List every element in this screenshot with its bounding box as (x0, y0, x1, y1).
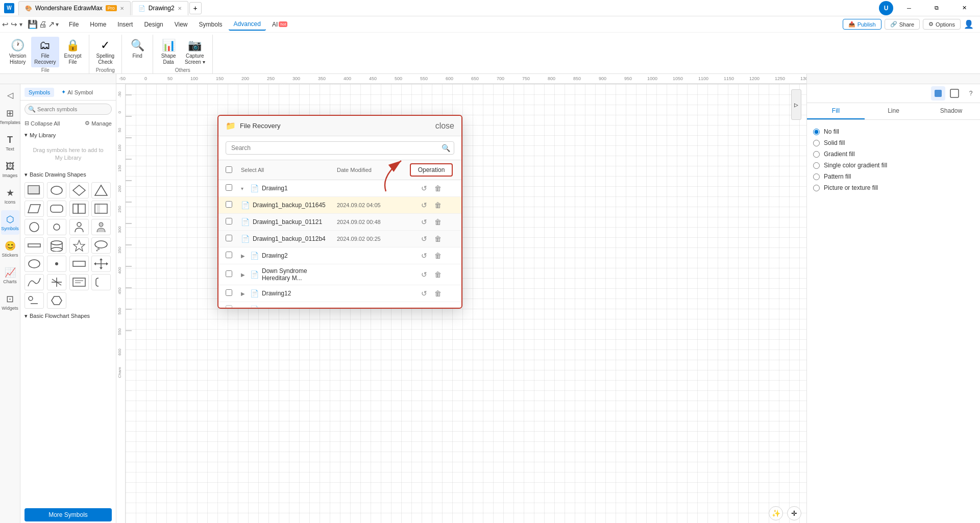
sidebar-item-templates[interactable]: ⊞ Templates (1, 104, 19, 129)
menu-file[interactable]: File (64, 19, 84, 30)
capture-screen-button[interactable]: 📷 CaptureScreen ▾ (182, 37, 208, 67)
file-recovery-button[interactable]: 🗂 FileRecovery (31, 37, 59, 67)
export-button[interactable]: ↗ (48, 19, 55, 29)
collapse-all-button[interactable]: ⊟ Collapse All (24, 120, 60, 127)
dialog-search-input[interactable] (226, 141, 454, 155)
fill-radio-single-gradient[interactable] (813, 162, 820, 169)
tab-drawing2[interactable]: 📄 Drawing2 ✕ (132, 1, 188, 15)
tab-symbols[interactable]: Symbols (24, 88, 54, 97)
sidebar-item-symbols[interactable]: ⬡ Symbols (1, 210, 19, 235)
shape-text-box[interactable] (69, 274, 89, 290)
version-history-button[interactable]: 🕐 VersionHistory (6, 37, 29, 67)
menu-view[interactable]: View (169, 19, 193, 30)
shape-rect-shadow[interactable] (24, 182, 44, 198)
downsyndrome-expand[interactable]: ▶ (241, 272, 247, 278)
file-row-drawing1[interactable]: ▾ 📄 Drawing1 ↺ 🗑 (218, 180, 461, 197)
sidebar-item-stickers[interactable]: 😊 Stickers (1, 237, 19, 261)
downsyndrome-checkbox[interactable] (226, 270, 232, 277)
tab-line[interactable]: Line (865, 103, 922, 119)
backup1-restore-btn[interactable]: ↺ (419, 200, 429, 210)
drawing1-restore-btn[interactable]: ↺ (419, 183, 429, 193)
fill-option-none[interactable]: No fill (813, 126, 974, 137)
tab-close-edrawmax[interactable]: ✕ (120, 6, 124, 11)
shape-wave[interactable] (24, 274, 44, 290)
fill-option-pattern[interactable]: Pattern fill (813, 171, 974, 182)
menu-advanced[interactable]: Advanced (229, 18, 266, 31)
my-library-header[interactable]: ▾ My Library (24, 132, 112, 138)
spelling-check-button[interactable]: ✓ SpellingCheck (93, 37, 118, 67)
downsyndrome-restore-btn[interactable]: ↺ (419, 269, 429, 280)
basic-drawing-header[interactable]: ▾ Basic Drawing Shapes (20, 169, 116, 180)
plus-tool[interactable]: ✛ (787, 506, 801, 520)
shape-diamond[interactable] (69, 182, 89, 198)
question-icon-btn[interactable]: ? (964, 86, 978, 101)
file-row-backup2[interactable]: 📄 Drawing1_backup_01121 2024.09.02 00:48… (218, 214, 461, 231)
print-button[interactable]: 🖨 (39, 20, 47, 29)
fill-option-single-gradient[interactable]: Single color gradient fill (813, 160, 974, 171)
sidebar-item-icons[interactable]: ★ Icons (1, 184, 19, 208)
fill-panel-icon-btn[interactable] (931, 86, 945, 101)
drawing12-checkbox[interactable] (226, 289, 232, 296)
shape-person-shadow[interactable] (91, 219, 111, 235)
restore-button[interactable]: ⧉ (925, 0, 948, 16)
undo-dropdown[interactable]: ▾ (19, 21, 22, 28)
shape-data-button[interactable]: 📊 ShapeData (157, 37, 180, 67)
drawing2-delete-btn[interactable]: 🗑 (432, 251, 444, 261)
menu-insert[interactable]: Insert (112, 19, 138, 30)
drawing2-restore-btn[interactable]: ↺ (419, 251, 429, 261)
operation-header-button[interactable]: Operation (410, 163, 453, 177)
save-dropdown[interactable]: ▾ (56, 21, 59, 28)
tab-ai-symbol[interactable]: ✦ AI Symbol (57, 87, 97, 97)
dialog-close-button[interactable]: close (435, 121, 454, 131)
drawing12-expand[interactable]: ▶ (241, 291, 247, 296)
shape-person[interactable] (69, 219, 89, 235)
share-button[interactable]: 🔗 Share (885, 19, 920, 30)
sidebar-item-text[interactable]: T Text (1, 131, 19, 155)
menu-design[interactable]: Design (139, 19, 168, 30)
menu-home[interactable]: Home (85, 19, 111, 30)
user-avatar[interactable]: U (879, 1, 893, 15)
right-expand-btn[interactable]: ▷ (791, 89, 801, 120)
backup3-checkbox[interactable] (226, 235, 232, 241)
more-symbols-button[interactable]: More Symbols (24, 508, 112, 521)
shape-horizontal-bar[interactable] (24, 237, 44, 254)
drawing1-expand[interactable]: ▾ (241, 186, 247, 191)
backup2-delete-btn[interactable]: 🗑 (432, 217, 444, 227)
shape-parallelogram[interactable] (24, 201, 44, 217)
shape-thought[interactable] (91, 237, 111, 254)
fill-option-gradient[interactable]: Gradient fill (813, 148, 974, 160)
shape-rounded-rect[interactable] (47, 201, 66, 217)
encrypt-file-button[interactable]: 🔒 EncryptFile (61, 37, 85, 67)
backup3-delete-btn[interactable]: 🗑 (432, 234, 444, 244)
file-row-drawing2[interactable]: ▶ 📄 Drawing2 ↺ 🗑 (218, 247, 461, 264)
tab-shadow[interactable]: Shadow (922, 103, 980, 119)
drawing1-delete-btn[interactable]: 🗑 (432, 183, 444, 193)
backup3-restore-btn[interactable]: ↺ (419, 234, 429, 244)
redo-button[interactable]: ↪ (11, 20, 17, 29)
fill-option-picture[interactable]: Picture or texture fill (813, 182, 974, 193)
shape-triangle[interactable] (91, 182, 111, 198)
sidebar-item-charts[interactable]: 📈 Charts (1, 263, 19, 288)
shape-circle[interactable] (24, 219, 44, 235)
undo-button[interactable]: ↩ (2, 20, 9, 29)
shape-horiz-rect[interactable] (69, 256, 89, 272)
shape-oval[interactable] (47, 182, 66, 198)
backup1-delete-btn[interactable]: 🗑 (432, 200, 444, 210)
sparkle-tool[interactable]: ✨ (769, 506, 783, 520)
tab-close-drawing2[interactable]: ✕ (178, 6, 182, 11)
search-input[interactable] (24, 104, 112, 115)
downsyndrome-delete-btn[interactable]: 🗑 (432, 269, 444, 280)
file-row-downsyndrome[interactable]: ▶ 📄 Down Syndrome Hereditary M... ↺ 🗑 (218, 264, 461, 285)
shape-dot[interactable] (47, 256, 66, 272)
menu-ai[interactable]: AI hot (267, 19, 292, 30)
sidebar-collapse-btn[interactable]: ◁ (5, 88, 15, 102)
shape-process[interactable] (69, 201, 89, 217)
shape-oval-sm[interactable] (24, 256, 44, 272)
line-panel-icon-btn[interactable] (947, 86, 962, 101)
options-button[interactable]: ⚙ Options (923, 19, 961, 30)
drawing2-expand[interactable]: ▶ (241, 253, 247, 259)
drawing-canvas[interactable]: ▷ ✨ (126, 84, 806, 523)
fill-radio-gradient[interactable] (813, 151, 820, 158)
fill-radio-none[interactable] (813, 129, 820, 135)
account-icon-btn[interactable]: 👤 (964, 19, 974, 29)
